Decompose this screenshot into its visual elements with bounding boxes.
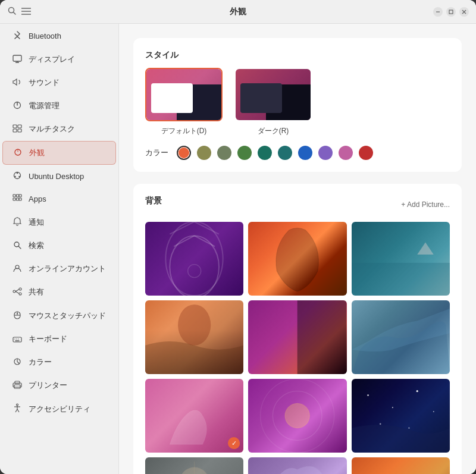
sidebar-item-printer[interactable]: プリンター xyxy=(2,374,116,397)
color-dot-dark-teal[interactable] xyxy=(278,146,292,160)
svg-rect-15 xyxy=(18,125,21,128)
svg-point-33 xyxy=(19,293,21,295)
svg-point-50 xyxy=(17,404,18,406)
style-section-title: スタイル xyxy=(145,50,450,61)
sidebar-item-appearance[interactable]: 外観 xyxy=(2,141,116,165)
wallpaper-w9[interactable] xyxy=(352,379,450,453)
sidebar-item-ubuntu-desktop[interactable]: Ubuntu Desktop xyxy=(2,165,116,187)
style-option-default[interactable]: デフォルト(D) xyxy=(145,68,223,136)
wallpaper-w8[interactable] xyxy=(248,379,346,453)
svg-point-20 xyxy=(17,172,18,174)
sidebar-item-online-accounts[interactable]: オンラインアカウント xyxy=(2,258,116,280)
sidebar-label-power: 電源管理 xyxy=(29,101,60,111)
color-dot-blue[interactable] xyxy=(298,146,312,160)
svg-rect-41 xyxy=(13,337,21,342)
wallpaper-w11[interactable] xyxy=(248,457,346,474)
sidebar-label-mouse: マウスとタッチパッド xyxy=(29,310,106,321)
menu-icon-button[interactable] xyxy=(21,7,31,17)
wallpaper-w10[interactable] xyxy=(145,457,243,474)
svg-rect-28 xyxy=(19,198,21,200)
settings-window: 外観 Bluetooth xyxy=(0,0,476,474)
svg-point-69 xyxy=(380,423,381,425)
wallpaper-w5[interactable] xyxy=(248,300,346,374)
sidebar-item-accessibility[interactable]: アクセシビリティ xyxy=(2,397,116,420)
minimize-button[interactable] xyxy=(433,7,443,17)
mouse-icon xyxy=(12,310,23,321)
wallpaper-grid: ✓ xyxy=(145,222,450,474)
svg-point-68 xyxy=(433,411,434,412)
svg-point-67 xyxy=(416,390,418,392)
svg-line-1 xyxy=(14,12,16,14)
sidebar: Bluetooth ディスプレイ サウンド 電源管理 xyxy=(0,24,119,474)
add-picture-button[interactable]: + Add Picture... xyxy=(401,200,450,209)
wallpaper-w1[interactable] xyxy=(145,222,243,296)
style-section: スタイル デフォルト(D) ダーク(R) xyxy=(133,38,462,172)
wallpaper-w12[interactable] xyxy=(352,457,450,474)
svg-point-60 xyxy=(178,305,211,346)
color-dot-olive[interactable] xyxy=(197,146,211,160)
add-picture-label: + Add Picture... xyxy=(401,200,450,209)
svg-point-58 xyxy=(188,265,201,278)
sidebar-label-color: カラー xyxy=(29,357,52,368)
svg-rect-27 xyxy=(17,198,19,200)
svg-point-22 xyxy=(14,176,15,177)
sidebar-label-sound: サウンド xyxy=(29,77,60,88)
sidebar-item-sharing[interactable]: 共有 xyxy=(2,281,116,303)
style-label-default: デフォルト(D) xyxy=(161,126,207,136)
sidebar-item-bluetooth[interactable]: Bluetooth xyxy=(2,24,116,48)
svg-point-55 xyxy=(170,236,219,296)
color-dot-orange[interactable] xyxy=(177,146,191,160)
svg-rect-47 xyxy=(14,385,20,388)
svg-rect-6 xyxy=(449,10,453,14)
svg-rect-9 xyxy=(13,55,21,61)
sidebar-item-multitask[interactable]: マルチタスク xyxy=(2,118,116,140)
svg-point-21 xyxy=(18,176,20,177)
sidebar-label-online-accounts: オンラインアカウント xyxy=(29,263,106,274)
wallpaper-w6[interactable] xyxy=(352,300,450,374)
color-dot-green[interactable] xyxy=(237,146,252,160)
wallpaper-w2[interactable] xyxy=(248,222,346,296)
svg-point-65 xyxy=(367,394,369,396)
color-dot-pink[interactable] xyxy=(339,146,353,160)
svg-rect-16 xyxy=(13,129,17,132)
sidebar-label-ubuntu-desktop: Ubuntu Desktop xyxy=(29,172,84,181)
color-label: カラー xyxy=(145,147,168,158)
wallpaper-w3[interactable] xyxy=(352,222,450,296)
search-icon-button[interactable] xyxy=(7,6,17,18)
sidebar-item-search[interactable]: 検索 xyxy=(2,234,116,257)
sidebar-item-apps[interactable]: Apps xyxy=(2,188,116,210)
color-dot-purple[interactable] xyxy=(318,146,333,160)
svg-rect-61 xyxy=(298,300,347,374)
printer-icon xyxy=(12,381,23,391)
color-dot-sage[interactable] xyxy=(217,146,231,160)
style-option-dark[interactable]: ダーク(R) xyxy=(234,68,312,136)
sidebar-item-sound[interactable]: サウンド xyxy=(2,71,116,94)
maximize-button[interactable] xyxy=(446,7,456,17)
sidebar-item-notifications[interactable]: 通知 xyxy=(2,211,116,234)
wallpaper-w7[interactable]: ✓ xyxy=(145,379,243,453)
style-preview-dark[interactable] xyxy=(234,68,312,121)
style-preview-default[interactable] xyxy=(145,68,223,121)
sidebar-label-printer: プリンター xyxy=(29,380,67,391)
wallpaper-w4[interactable] xyxy=(145,300,243,374)
sidebar-label-apps: Apps xyxy=(29,194,46,203)
sidebar-item-display[interactable]: ディスプレイ xyxy=(2,48,116,71)
notifications-icon xyxy=(12,216,23,228)
close-button[interactable] xyxy=(459,7,469,17)
style-label-dark: ダーク(R) xyxy=(258,126,289,136)
sidebar-item-color[interactable]: カラー xyxy=(2,351,116,373)
sidebar-item-power[interactable]: 電源管理 xyxy=(2,95,116,117)
multitask-icon xyxy=(12,124,23,134)
color-dot-teal[interactable] xyxy=(258,146,272,160)
sidebar-item-mouse[interactable]: マウスとタッチパッド xyxy=(2,304,116,327)
svg-rect-59 xyxy=(352,263,450,296)
main-layout: Bluetooth ディスプレイ サウンド 電源管理 xyxy=(0,24,476,474)
sharing-icon xyxy=(12,287,23,297)
sidebar-item-keyboard[interactable]: キーボード xyxy=(2,328,116,350)
sidebar-label-notifications: 通知 xyxy=(29,217,44,228)
sidebar-label-multitask: マルチタスク xyxy=(29,124,75,134)
color-dot-red[interactable] xyxy=(359,146,373,160)
sidebar-label-keyboard: キーボード xyxy=(29,334,67,344)
svg-line-36 xyxy=(15,291,19,294)
window-title: 外観 xyxy=(230,7,246,17)
